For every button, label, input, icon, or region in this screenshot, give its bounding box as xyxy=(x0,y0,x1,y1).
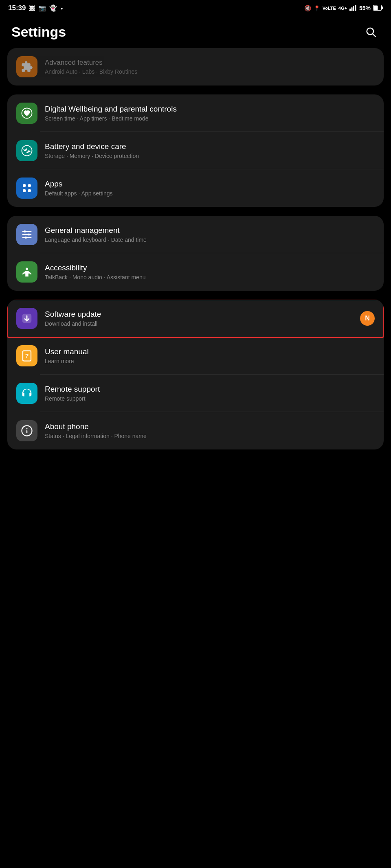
settings-list: Advanced features Android Auto · Labs · … xyxy=(0,48,391,449)
remote-support-title: Remote support xyxy=(45,384,375,395)
search-icon xyxy=(365,26,376,37)
settings-header: Settings xyxy=(0,15,391,48)
user-manual-title: User manual xyxy=(45,347,375,357)
heart-circle-icon xyxy=(21,107,33,119)
svg-point-18 xyxy=(24,230,26,232)
apps-title: Apps xyxy=(45,179,375,189)
accessibility-icon xyxy=(16,261,37,283)
signal-icon xyxy=(349,4,357,12)
about-phone-subtitle: Status · Legal information · Phone name xyxy=(45,432,375,440)
svg-point-20 xyxy=(25,237,27,239)
battery-subtitle: Storage · Memory · Device protection xyxy=(45,152,375,160)
headset-icon xyxy=(21,387,33,399)
battery-device-icon xyxy=(16,140,37,161)
info-icon xyxy=(21,425,33,437)
mute-icon: 🔇 xyxy=(304,5,311,11)
settings-item-remote-support[interactable]: Remote support Remote support xyxy=(7,375,384,412)
software-update-badge: N xyxy=(360,311,375,326)
status-time: 15:39 xyxy=(8,4,26,12)
svg-point-10 xyxy=(22,146,32,156)
status-right: 🔇 📍 VoLTE 4G+ 55% xyxy=(304,4,383,12)
battery-title: Battery and device care xyxy=(45,142,375,152)
about-phone-icon xyxy=(16,420,37,441)
software-update-text: Software update Download and install xyxy=(45,309,353,328)
group-advanced: Advanced features Android Auto · Labs · … xyxy=(7,48,384,85)
settings-item-accessibility[interactable]: Accessibility TalkBack · Mono audio · As… xyxy=(7,253,384,291)
remote-support-icon xyxy=(16,383,37,404)
svg-rect-0 xyxy=(349,9,351,11)
svg-rect-2 xyxy=(353,6,354,11)
update-icon xyxy=(21,312,33,324)
search-button[interactable] xyxy=(362,23,380,41)
svg-point-11 xyxy=(23,184,26,187)
advanced-features-text: Advanced features Android Auto · Labs · … xyxy=(45,58,375,75)
svg-line-23 xyxy=(29,272,31,274)
general-management-title: General management xyxy=(45,226,375,236)
settings-item-general-management[interactable]: General management Language and keyboard… xyxy=(7,216,384,253)
settings-item-about-phone[interactable]: About phone Status · Legal information ·… xyxy=(7,412,384,449)
svg-point-14 xyxy=(28,189,31,193)
status-left: 15:39 🖼 📷 👻 ● xyxy=(8,4,63,12)
battery-percent: 55% xyxy=(359,5,371,11)
instagram-icon: 📷 xyxy=(38,4,46,12)
advanced-features-icon xyxy=(16,56,37,77)
settings-item-battery[interactable]: Battery and device care Storage · Memory… xyxy=(7,132,384,169)
about-phone-title: About phone xyxy=(45,422,375,432)
network-icon: 4G+ xyxy=(338,6,347,11)
user-manual-icon: ? xyxy=(16,345,37,366)
remote-support-subtitle: Remote support xyxy=(45,395,375,402)
general-management-text: General management Language and keyboard… xyxy=(45,226,375,244)
svg-rect-3 xyxy=(355,5,356,11)
svg-line-22 xyxy=(23,272,24,274)
software-update-subtitle: Download and install xyxy=(45,320,353,327)
status-bar: 15:39 🖼 📷 👻 ● 🔇 📍 VoLTE 4G+ 55% xyxy=(0,0,391,15)
svg-point-28 xyxy=(26,428,28,430)
svg-text:?: ? xyxy=(25,352,29,359)
apps-subtitle: Default apps · App settings xyxy=(45,190,375,197)
volte-icon: VoLTE xyxy=(323,6,336,11)
page-title: Settings xyxy=(11,24,66,40)
svg-point-13 xyxy=(23,189,26,193)
settings-item-advanced-features[interactable]: Advanced features Android Auto · Labs · … xyxy=(7,48,384,85)
settings-item-digital-wellbeing[interactable]: Digital Wellbeing and parental controls … xyxy=(7,94,384,132)
apps-icon xyxy=(16,178,37,199)
grid-icon xyxy=(21,182,33,194)
manual-icon: ? xyxy=(21,350,33,362)
group-update: Software update Download and install N ?… xyxy=(7,300,384,449)
about-phone-text: About phone Status · Legal information ·… xyxy=(45,422,375,440)
advanced-features-title: Advanced features xyxy=(45,58,375,67)
digital-wellbeing-title: Digital Wellbeing and parental controls xyxy=(45,104,375,114)
group-wellbeing: Digital Wellbeing and parental controls … xyxy=(7,94,384,207)
general-management-icon xyxy=(16,224,37,245)
software-update-icon xyxy=(16,308,37,329)
digital-wellbeing-icon xyxy=(16,103,37,124)
remote-support-text: Remote support Remote support xyxy=(45,384,375,403)
snapchat-icon: 👻 xyxy=(49,4,57,12)
accessibility-title: Accessibility xyxy=(45,263,375,273)
group-general: General management Language and keyboard… xyxy=(7,216,384,291)
digital-wellbeing-subtitle: Screen time · App timers · Bedtime mode xyxy=(45,115,375,122)
advanced-features-subtitle: Android Auto · Labs · Bixby Routines xyxy=(45,68,375,75)
software-update-title: Software update xyxy=(45,309,353,320)
sliders-icon xyxy=(21,228,33,241)
apps-text: Apps Default apps · App settings xyxy=(45,179,375,197)
dot-icon: ● xyxy=(60,6,63,11)
battery-icon xyxy=(373,5,383,12)
svg-point-19 xyxy=(28,234,30,236)
user-manual-subtitle: Learn more xyxy=(45,357,375,365)
svg-point-21 xyxy=(26,267,28,270)
refresh-circle-icon xyxy=(21,145,33,157)
digital-wellbeing-text: Digital Wellbeing and parental controls … xyxy=(45,104,375,123)
svg-rect-1 xyxy=(351,7,352,11)
photo-icon: 🖼 xyxy=(29,5,35,12)
svg-rect-29 xyxy=(26,430,28,434)
user-manual-text: User manual Learn more xyxy=(45,347,375,365)
settings-item-apps[interactable]: Apps Default apps · App settings xyxy=(7,169,384,207)
location-icon: 📍 xyxy=(314,5,320,11)
svg-point-12 xyxy=(28,184,31,187)
settings-item-user-manual[interactable]: ? User manual Learn more xyxy=(7,337,384,375)
svg-line-8 xyxy=(373,34,375,36)
general-management-subtitle: Language and keyboard · Date and time xyxy=(45,236,375,243)
puzzle-icon xyxy=(21,61,33,73)
settings-item-software-update[interactable]: Software update Download and install N xyxy=(7,300,384,337)
